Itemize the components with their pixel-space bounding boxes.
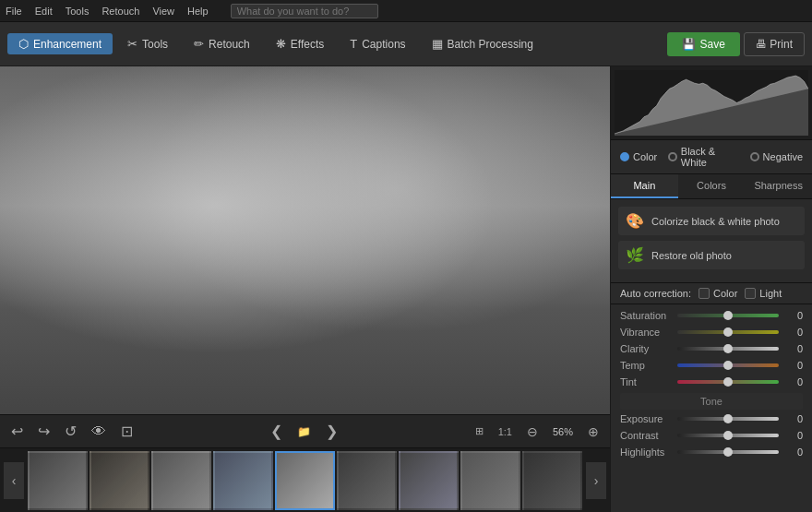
clarity-value: 0 xyxy=(782,343,803,354)
menu-help[interactable]: Help xyxy=(187,6,209,17)
auto-light-checkbox[interactable]: Light xyxy=(745,288,782,299)
zoom-in-button[interactable]: ⊕ xyxy=(584,423,603,441)
restore-icon: 🌿 xyxy=(626,246,644,264)
contrast-value: 0 xyxy=(782,430,803,441)
filmstrip-thumb-7[interactable] xyxy=(460,451,520,510)
tint-slider[interactable] xyxy=(677,380,779,384)
filmstrip-thumb-3[interactable] xyxy=(213,451,273,510)
fit-button[interactable]: ⊞ xyxy=(472,423,487,439)
zoom-out-button[interactable]: ⊖ xyxy=(523,423,542,441)
temp-value: 0 xyxy=(782,360,803,371)
captions-icon: T xyxy=(350,37,357,51)
filmstrip-thumb-1[interactable] xyxy=(90,451,149,510)
saturation-slider[interactable] xyxy=(677,314,779,317)
tab-batch[interactable]: ▦ Batch Processing xyxy=(421,33,544,54)
clarity-label: Clarity xyxy=(620,343,674,354)
clarity-row: Clarity 0 xyxy=(620,343,803,354)
radio-bw[interactable]: Black & White xyxy=(668,146,738,168)
filmstrip: ‹ › xyxy=(0,447,610,512)
subtab-sharpness[interactable]: Sharpness xyxy=(745,174,812,198)
menu-edit[interactable]: Edit xyxy=(35,6,53,17)
menu-retouch[interactable]: Retouch xyxy=(102,6,139,17)
filmstrip-prev[interactable]: ‹ xyxy=(4,462,24,499)
filmstrip-next[interactable]: › xyxy=(586,462,606,499)
enhancement-options: 🎨 Colorize black & white photo 🌿 Restore… xyxy=(611,199,812,283)
menu-bar: File Edit Tools Retouch View Help xyxy=(0,0,812,22)
contrast-row: Contrast 0 xyxy=(620,430,803,441)
tab-retouch[interactable]: ✏ Retouch xyxy=(183,33,261,54)
compare-button[interactable]: ⊡ xyxy=(117,421,137,442)
tint-value: 0 xyxy=(782,376,803,387)
filmstrip-thumb-2[interactable] xyxy=(151,451,211,510)
highlights-value: 0 xyxy=(782,447,803,458)
contrast-label: Contrast xyxy=(620,430,674,441)
vibrance-label: Vibrance xyxy=(620,327,674,338)
restore-button[interactable]: 🌿 Restore old photo xyxy=(618,241,805,269)
filmstrip-controls: ↩ ↪ ↺ 👁 ⊡ ❮ 📁 ❯ ⊞ 1:1 ⊖ 56% ⊕ xyxy=(0,414,610,447)
saturation-row: Saturation 0 xyxy=(620,310,803,321)
vibrance-value: 0 xyxy=(782,327,803,338)
radio-bw-dot xyxy=(668,152,677,161)
tab-effects[interactable]: ❋ Effects xyxy=(265,33,335,54)
tab-captions[interactable]: T Captions xyxy=(339,33,416,54)
histogram-chart xyxy=(615,70,808,136)
undo-button[interactable]: ↩ xyxy=(7,421,27,442)
saturation-value: 0 xyxy=(782,310,803,321)
exposure-slider[interactable] xyxy=(677,417,779,421)
tint-row: Tint 0 xyxy=(620,376,803,387)
contrast-slider[interactable] xyxy=(677,434,779,437)
radio-color[interactable]: Color xyxy=(620,151,657,162)
tab-tools[interactable]: ✂ Tools xyxy=(116,33,179,54)
sliders-area: Saturation 0 Vibrance 0 Clarity 0 xyxy=(611,304,812,512)
vibrance-slider[interactable] xyxy=(677,330,779,334)
zoom-level: 56% xyxy=(549,426,577,437)
print-icon: 🖶 xyxy=(756,38,767,51)
exposure-value: 0 xyxy=(782,413,803,424)
menu-view[interactable]: View xyxy=(152,6,174,17)
clarity-slider[interactable] xyxy=(677,347,779,351)
subtab-main[interactable]: Main xyxy=(611,174,678,198)
filmstrip-thumb-5[interactable] xyxy=(337,451,397,510)
tint-label: Tint xyxy=(620,376,674,387)
reset-button[interactable]: ↺ xyxy=(61,421,80,442)
filmstrip-thumb-8[interactable] xyxy=(522,451,582,510)
zoom-ratio: 1:1 xyxy=(495,426,516,437)
redo-button[interactable]: ↪ xyxy=(34,421,54,442)
filmstrip-thumb-4[interactable] xyxy=(275,451,335,510)
temp-label: Temp xyxy=(620,360,674,371)
radio-color-dot xyxy=(620,152,629,161)
sub-tabs: Main Colors Sharpness xyxy=(611,174,812,199)
main-photo xyxy=(0,66,610,414)
retouch-icon: ✏ xyxy=(194,37,204,51)
canvas-area[interactable] xyxy=(0,66,610,414)
auto-color-checkbox[interactable]: Color xyxy=(699,288,737,299)
tab-enhancement[interactable]: ⬡ Enhancement xyxy=(7,33,113,54)
folder-button[interactable]: 📁 xyxy=(293,423,315,440)
temp-row: Temp 0 xyxy=(620,360,803,371)
nav-prev-button[interactable]: ❮ xyxy=(267,421,286,442)
menu-tools[interactable]: Tools xyxy=(66,6,90,17)
histogram-area xyxy=(611,66,812,140)
right-panel: Color Black & White Negative Main Colors… xyxy=(610,66,812,512)
effects-icon: ❋ xyxy=(276,37,286,51)
batch-icon: ▦ xyxy=(432,37,443,51)
image-area: ↩ ↪ ↺ 👁 ⊡ ❮ 📁 ❯ ⊞ 1:1 ⊖ 56% ⊕ ‹ xyxy=(0,66,610,512)
preview-button[interactable]: 👁 xyxy=(88,422,110,442)
radio-negative[interactable]: Negative xyxy=(750,151,803,162)
highlights-slider[interactable] xyxy=(677,450,779,454)
subtab-colors[interactable]: Colors xyxy=(678,174,746,198)
nav-next-button[interactable]: ❯ xyxy=(322,421,341,442)
print-button[interactable]: 🖶 Print xyxy=(744,32,805,56)
filmstrip-thumb-6[interactable] xyxy=(399,451,459,510)
temp-slider[interactable] xyxy=(677,363,779,367)
highlights-label: Highlights xyxy=(620,447,674,458)
color-mode-options: Color Black & White Negative xyxy=(611,140,812,174)
filmstrip-thumb-0[interactable] xyxy=(28,451,88,510)
colorize-button[interactable]: 🎨 Colorize black & white photo xyxy=(618,207,805,235)
radio-negative-dot xyxy=(750,152,759,161)
save-button[interactable]: 💾 Save xyxy=(667,32,740,56)
main-content: ↩ ↪ ↺ 👁 ⊡ ❮ 📁 ❯ ⊞ 1:1 ⊖ 56% ⊕ ‹ xyxy=(0,66,812,512)
search-input[interactable] xyxy=(231,4,378,18)
tools-icon: ✂ xyxy=(127,37,137,51)
menu-file[interactable]: File xyxy=(6,6,22,17)
